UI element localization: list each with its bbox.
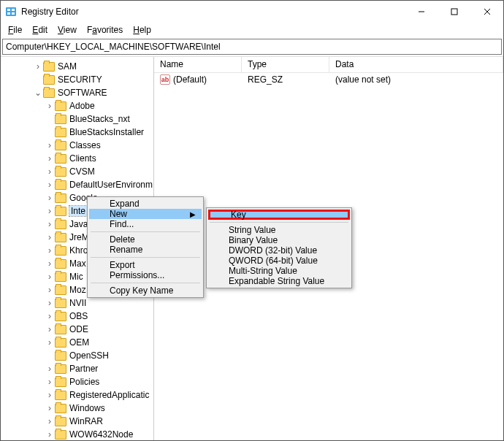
submenu-expandable-string-value[interactable]: Expandable String Value (208, 276, 350, 286)
chevron-right-icon: ▶ (190, 210, 196, 218)
folder-icon (43, 62, 55, 72)
chevron-right-icon[interactable]: › (45, 140, 55, 150)
folder-icon (55, 404, 66, 413)
tree-node[interactable]: ›Partner (2, 362, 153, 375)
column-name[interactable]: Name (154, 57, 242, 72)
chevron-right-icon[interactable]: › (45, 180, 55, 190)
menu-favorites[interactable]: Favorites (83, 23, 127, 37)
ctx-find[interactable]: Find... (89, 219, 202, 229)
tree-node[interactable]: OpenSSH (2, 349, 153, 362)
folder-icon (55, 338, 66, 348)
menu-edit[interactable]: Edit (28, 23, 52, 37)
folder-icon (55, 193, 66, 203)
folder-icon (43, 88, 55, 98)
chevron-right-icon[interactable]: › (45, 337, 55, 348)
tree-node[interactable]: ›NVII (2, 296, 153, 310)
tree-node[interactable]: BlueStacks_nxt (2, 112, 153, 126)
ctx-permissions[interactable]: Permissions... (89, 270, 202, 280)
chevron-right-icon[interactable]: › (45, 324, 55, 334)
folder-icon (55, 259, 66, 269)
submenu-multi-string-value[interactable]: Multi-String Value (208, 266, 350, 276)
tree-node[interactable]: ›CVSM (2, 165, 153, 178)
address-bar[interactable]: Computer\HKEY_LOCAL_MACHINE\SOFTWARE\Int… (2, 39, 502, 55)
chevron-right-icon[interactable]: › (45, 390, 55, 400)
tree-node[interactable]: SECURITY (2, 73, 153, 86)
tree-node[interactable]: ›RegisteredApplicatic (2, 388, 153, 402)
tree-node[interactable]: ›Classes (2, 139, 153, 152)
tree-node[interactable]: ›WinRAR (2, 415, 153, 428)
chevron-right-icon[interactable]: › (45, 416, 55, 426)
chevron-right-icon[interactable]: › (45, 101, 55, 111)
submenu-qword-value[interactable]: QWORD (64-bit) Value (208, 256, 350, 266)
list-row[interactable]: ab(Default) REG_SZ (value not set) (154, 73, 503, 86)
maximize-button[interactable] (438, 1, 470, 23)
chevron-right-icon[interactable]: › (45, 219, 55, 229)
chevron-right-icon[interactable]: › (45, 193, 55, 203)
chevron-right-icon[interactable]: › (45, 364, 55, 374)
window-title: Registry Editor (21, 7, 405, 17)
submenu-binary-value[interactable]: Binary Value (208, 235, 350, 245)
tree-node[interactable]: ›SAM (2, 60, 153, 73)
svg-rect-6 (451, 9, 457, 15)
minimize-button[interactable] (405, 1, 438, 23)
folder-icon (55, 391, 66, 400)
tree-node[interactable]: ›Adobe (2, 99, 153, 112)
chevron-right-icon[interactable]: › (45, 166, 55, 177)
column-data[interactable]: Data (329, 57, 503, 72)
menu-help[interactable]: Help (129, 23, 156, 37)
chevron-right-icon[interactable]: › (45, 285, 55, 295)
svg-rect-2 (12, 9, 15, 11)
tree-node[interactable]: ›OEM (2, 336, 153, 349)
folder-icon (55, 167, 66, 177)
ctx-expand[interactable]: Expand (89, 199, 202, 209)
folder-icon (55, 272, 66, 282)
tree-node[interactable]: ›ODE (2, 323, 153, 336)
folder-icon (43, 75, 55, 85)
separator (210, 222, 348, 223)
chevron-right-icon[interactable]: › (45, 403, 55, 413)
chevron-right-icon[interactable]: › (33, 61, 43, 72)
tree-node[interactable]: ›Policies (2, 375, 153, 388)
address-text: Computer\HKEY_LOCAL_MACHINE\SOFTWARE\Int… (6, 42, 221, 52)
new-submenu: Key String Value Binary Value DWORD (32-… (206, 207, 352, 288)
tree-node[interactable]: ›OBS (2, 310, 153, 323)
folder-icon (55, 417, 66, 426)
chevron-right-icon[interactable]: › (45, 206, 55, 216)
chevron-right-icon[interactable]: › (45, 298, 55, 308)
tree-node[interactable]: ⌄SOFTWARE (2, 86, 153, 99)
tree-node[interactable]: ›Clients (2, 152, 153, 165)
close-button[interactable] (470, 1, 503, 23)
chevron-right-icon[interactable]: › (45, 245, 55, 256)
tree-node[interactable]: BlueStacksInstaller (2, 126, 153, 139)
folder-icon (55, 325, 66, 334)
folder-icon (55, 141, 66, 150)
chevron-right-icon[interactable]: › (45, 153, 55, 164)
tree-node[interactable]: ›WOW6432Node (2, 428, 153, 440)
chevron-right-icon[interactable]: › (45, 429, 55, 440)
separator (91, 257, 200, 258)
ctx-new[interactable]: New▶ (89, 209, 202, 219)
registry-editor-window: Registry Editor File Edit View Favorites… (0, 0, 504, 441)
chevron-right-icon[interactable]: › (45, 272, 55, 282)
submenu-string-value[interactable]: String Value (208, 225, 350, 235)
chevron-right-icon[interactable]: › (45, 232, 55, 242)
column-type[interactable]: Type (242, 57, 329, 72)
chevron-right-icon[interactable]: › (45, 377, 55, 387)
ctx-export[interactable]: Export (89, 260, 202, 270)
submenu-dword-value[interactable]: DWORD (32-bit) Value (208, 245, 350, 256)
menu-file[interactable]: File (4, 23, 26, 37)
svg-rect-3 (7, 12, 10, 15)
ctx-delete[interactable]: Delete (89, 234, 202, 245)
ctx-rename[interactable]: Rename (89, 245, 202, 255)
folder-icon (55, 101, 66, 111)
titlebar: Registry Editor (1, 1, 503, 23)
tree-node[interactable]: ›Windows (2, 402, 153, 415)
chevron-right-icon[interactable]: › (45, 311, 55, 321)
tree-node[interactable]: ›DefaultUserEnvironm (2, 178, 153, 191)
menu-view[interactable]: View (53, 23, 81, 37)
chevron-down-icon[interactable]: ⌄ (33, 88, 43, 98)
chevron-right-icon[interactable]: › (45, 258, 55, 269)
folder-icon (55, 364, 66, 374)
ctx-copy-key-name[interactable]: Copy Key Name (89, 285, 202, 296)
submenu-key[interactable]: Key (208, 210, 350, 220)
